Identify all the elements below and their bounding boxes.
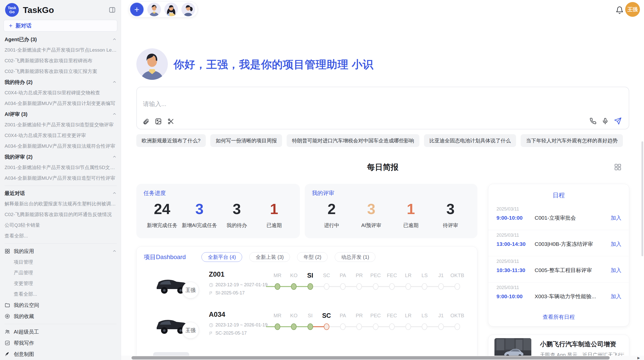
chevron-up-icon[interactable] — [112, 249, 117, 253]
suggestion-chip[interactable]: 特朗普可能对进口汽车增税会对中国车企造成哪些影响 — [287, 134, 419, 147]
sidebar-section-header[interactable]: AI评审 (3) — [5, 109, 117, 119]
sidebar-section-header[interactable]: Agent已办 (3) — [5, 34, 117, 45]
scroll-right-arrow-icon[interactable]: ▶ — [637, 356, 640, 360]
project-dates: 2023-12-19 ~ 2026-01-19 — [209, 322, 268, 328]
chevron-up-icon[interactable] — [112, 155, 117, 159]
sidebar-footer-item[interactable]: 创意制图 — [5, 349, 117, 360]
vertical-scrollbar[interactable] — [641, 141, 643, 256]
milestone-dot[interactable] — [308, 323, 313, 330]
join-link[interactable]: 加入 — [611, 241, 621, 248]
dashboard-tab[interactable]: 年型 (2) — [297, 252, 328, 262]
horizontal-scrollbar-thumb[interactable] — [131, 356, 610, 359]
message-input-box[interactable] — [136, 87, 629, 129]
sidebar-item-star[interactable]: 我的收藏 — [5, 311, 117, 322]
dashboard-tab[interactable]: 全新平台 (4) — [201, 252, 242, 262]
sidebar-section-header[interactable]: 我的待办 (2) — [5, 77, 117, 87]
dashboard-tab[interactable]: 动总开发 (1) — [335, 252, 375, 262]
sidebar-item[interactable]: C0X4-动力总成开发项目工程变更评审 — [5, 130, 117, 141]
new-chat-button[interactable]: + 新对话 — [4, 20, 117, 32]
suggestion-chip[interactable]: 欧洲新规最近颁布了什么? — [136, 134, 206, 147]
microphone-icon[interactable] — [602, 118, 609, 125]
milestone-dot[interactable] — [308, 283, 313, 290]
milestone-dot[interactable] — [438, 283, 444, 290]
agent-avatar[interactable] — [164, 3, 178, 16]
agent-avatar[interactable] — [147, 3, 161, 16]
sidebar-item[interactable]: A034-全新新能源MUV产品开发项目计划变更表编写 — [5, 98, 117, 109]
milestone-dot[interactable] — [356, 323, 362, 330]
milestone-dot[interactable] — [389, 323, 395, 330]
add-agent-button[interactable]: + — [130, 2, 144, 17]
dashboard-tab[interactable]: 全新上装 (3) — [249, 252, 290, 262]
milestone-dot[interactable] — [373, 323, 378, 330]
recent-chat-item[interactable]: 解释最新出台的欧盟报废车法规再生塑料比例被调至15%... — [5, 199, 117, 209]
milestone-dot[interactable] — [455, 323, 460, 330]
divider — [5, 324, 117, 324]
milestone-dot[interactable] — [356, 283, 362, 290]
chevron-up-icon[interactable] — [112, 112, 117, 116]
sidebar-item[interactable]: C02-飞腾新能源轻客改款项目里程碑画布 — [5, 55, 117, 66]
sidebar-footer-item[interactable]: AI超级员工 — [5, 326, 117, 337]
stat-card: 任务进度24新增完成任务3新增AI完成任务3我的待办1已逾期 — [136, 184, 300, 238]
app-title: TaskGo — [23, 5, 54, 15]
milestone-dot[interactable] — [291, 283, 297, 290]
collapse-sidebar-icon[interactable] — [109, 6, 116, 13]
sidebar-item[interactable]: Z001-全新燃油皮卡产品开发项目SI节点Lesson Learn报告 — [5, 45, 117, 55]
milestone-dot[interactable] — [275, 283, 280, 290]
milestone-dot[interactable] — [324, 283, 329, 290]
chevron-up-icon[interactable] — [112, 80, 117, 84]
milestone-dot[interactable] — [405, 283, 411, 290]
send-icon[interactable] — [614, 117, 622, 125]
view-all-schedule-link[interactable]: 查看所有日程 — [488, 313, 629, 321]
milestone-dot[interactable] — [340, 323, 346, 330]
message-input[interactable] — [143, 100, 524, 108]
suggestion-chip[interactable]: 当下年轻人对汽车外观有怎样的喜好趋势 — [521, 134, 623, 147]
recent-chats-header[interactable]: 最近对话 — [5, 188, 117, 199]
sidebar-item[interactable]: Z001-全新燃油轻卡产品开发项目SI造型提交物评审 — [5, 119, 117, 130]
horizontal-scrollbar[interactable]: ▶ — [121, 356, 644, 360]
milestone-dot[interactable] — [324, 323, 329, 330]
sidebar-item[interactable]: A034-全新新能源MUV产品开发项目法规符合性评审 — [5, 141, 117, 152]
suggestion-chip[interactable]: 如何写一份清晰的项目周报 — [210, 134, 282, 147]
milestone-dot[interactable] — [389, 283, 395, 290]
milestone-dot[interactable] — [340, 283, 346, 290]
recent-chat-item[interactable]: C02-飞腾新能源轻客改款项目的闭环通告反馈情况 — [5, 209, 117, 220]
app-item[interactable]: 产品管理 — [5, 267, 117, 278]
app-item[interactable]: 查看全部... — [5, 289, 117, 299]
app-item[interactable]: 项目管理 — [5, 257, 117, 267]
layout-grid-icon[interactable] — [614, 163, 622, 171]
scissors-icon[interactable] — [167, 118, 174, 125]
image-icon[interactable] — [155, 118, 162, 125]
milestone-dot[interactable] — [455, 283, 460, 290]
attachment-icon[interactable] — [142, 118, 149, 125]
my-apps-header[interactable]: 我的应用 — [5, 246, 117, 257]
recent-chat-item[interactable]: 公司Q3轻卡销量 — [5, 220, 117, 231]
milestone-dot[interactable] — [291, 323, 297, 330]
milestone-dot[interactable] — [422, 283, 427, 290]
suggestion-chip[interactable]: 比亚迪全固态电池计划具体说了什么 — [424, 134, 516, 147]
agent-avatar[interactable] — [181, 3, 195, 16]
milestone-dot[interactable] — [422, 323, 427, 330]
user-avatar[interactable]: 王强 — [625, 2, 640, 17]
milestone-dot[interactable] — [438, 323, 444, 330]
join-link[interactable]: 加入 — [611, 293, 621, 300]
milestone-dot[interactable] — [275, 323, 280, 330]
phone-icon[interactable] — [590, 118, 596, 125]
sidebar-item-folder[interactable]: 我的云空间 — [5, 299, 117, 311]
sidebar-item[interactable]: C0X4-动力总成开发项目SI里程碑提交物检查 — [5, 87, 117, 98]
join-link[interactable]: 加入 — [611, 214, 621, 221]
suggestion-chips: 欧洲新规最近颁布了什么?如何写一份清晰的项目周报特朗普可能对进口汽车增税会对中国… — [136, 134, 631, 147]
sidebar-item[interactable]: C02-飞腾新能源轻客改款项目立项汇报方案 — [5, 66, 117, 77]
chevron-up-icon[interactable] — [112, 37, 117, 42]
app-item[interactable]: 变更管理 — [5, 278, 117, 289]
recent-chats-more[interactable]: 查看全部... — [5, 231, 117, 241]
sidebar-item[interactable]: Z001-全新燃油轻卡产品开发项目SI节点属性5D文件评审 — [5, 162, 117, 173]
sidebar-section-header[interactable]: 我的评审 (2) — [5, 152, 117, 162]
sidebar-footer-item[interactable]: 帮我写作 — [5, 337, 117, 349]
milestone-dot[interactable] — [373, 283, 378, 290]
dashboard-header: 项目Dashboard 全新平台 (4)全新上装 (3)年型 (2)动总开发 (… — [137, 247, 477, 262]
notification-bell-icon[interactable] — [616, 6, 624, 14]
join-link[interactable]: 加入 — [611, 267, 621, 274]
sidebar-item[interactable]: A034-全新新能源MUV产品开发项目造型可行性评审 — [5, 173, 117, 184]
milestone-dot[interactable] — [405, 323, 411, 330]
chevron-up-icon[interactable] — [112, 191, 117, 196]
